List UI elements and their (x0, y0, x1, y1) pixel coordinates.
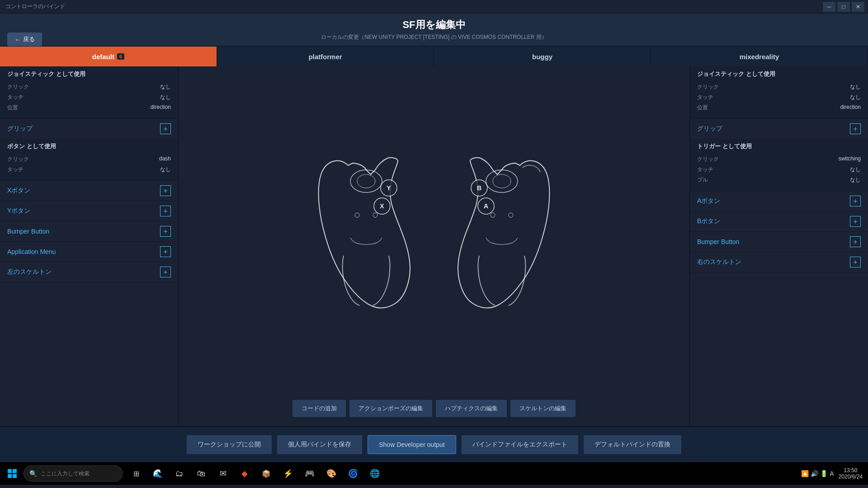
svg-rect-19 (13, 474, 17, 478)
tab-default[interactable]: default 6 (0, 47, 217, 66)
edit-haptics-button[interactable]: ハプティクスの編集 (436, 400, 507, 417)
skeleton-left-add-button[interactable]: ＋ (160, 267, 171, 277)
app-icon-lightning[interactable]: ⚡ (278, 463, 298, 484)
joystick-right-content: ジョイスティック として使用 クリック なし タッチ なし 位置 directi… (690, 66, 868, 118)
grip-right-add-button[interactable]: ＋ (850, 123, 861, 134)
back-arrow-icon: ← (14, 36, 20, 43)
binding-row: プル なし (697, 175, 861, 185)
file-explorer-icon[interactable]: 🗂 (169, 463, 190, 484)
save-personal-bind-button[interactable]: 個人用バインドを保存 (277, 435, 362, 454)
app-icon-gamepad[interactable]: 🎮 (299, 463, 320, 484)
section-skeleton-right: 右のスケルトン ＋ (690, 252, 868, 272)
windows-start-button[interactable] (2, 463, 23, 484)
binding-row: クリック なし (697, 82, 861, 92)
bumper-right-header[interactable]: Bumper Button ＋ (690, 232, 868, 252)
section-b-button: Bボタン ＋ (690, 211, 868, 232)
blender-icon[interactable]: 🎨 (321, 463, 342, 484)
a-button-header[interactable]: Aボタン ＋ (690, 191, 868, 211)
section-x-button: Xボタン ＋ (0, 181, 178, 201)
section-skeleton-left: 左のスケルトン ＋ (0, 262, 178, 282)
section-bumper-right: Bumper Button ＋ (690, 232, 868, 252)
browser-icon-2[interactable]: 🌐 (364, 463, 385, 484)
binding-row: クリック なし (7, 82, 171, 92)
taskbar-search-box[interactable]: 🔍 ここに入力して検索 (24, 465, 123, 482)
tab-mixedreality-label: mixedreality (740, 53, 779, 61)
task-view-button[interactable]: ⊞ (126, 463, 146, 484)
section-bumper-left: Bumper Button ＋ (0, 221, 178, 242)
binding-value: switching (839, 155, 861, 163)
grip-left-header[interactable]: グリップ ＋ (0, 119, 178, 139)
binding-key: プル (697, 176, 708, 184)
svg-text:X: X (380, 202, 384, 210)
x-button-add-button[interactable]: ＋ (160, 185, 171, 196)
skeleton-left-title: 左のスケルトン (7, 268, 52, 276)
b-button-add-button[interactable]: ＋ (850, 216, 861, 227)
a-button-add-button[interactable]: ＋ (850, 196, 861, 206)
tab-buggy[interactable]: buggy (434, 47, 651, 66)
close-button[interactable]: ✕ (852, 2, 864, 12)
app-icon-red[interactable]: ◆ (234, 463, 255, 484)
maximize-button[interactable]: □ (837, 2, 850, 12)
trigger-right-label: トリガー として使用 (697, 142, 861, 150)
tab-platformer-label: platformer (308, 53, 342, 61)
binding-key: 位置 (7, 104, 18, 112)
dropbox-icon[interactable]: 📦 (256, 463, 277, 484)
edit-skeleton-button[interactable]: スケルトンの編集 (510, 400, 576, 417)
grip-right-header[interactable]: グリップ ＋ (690, 119, 868, 139)
svg-point-9 (493, 174, 511, 188)
titlebar: コントローラのバインド ─ □ ✕ (0, 0, 868, 14)
binding-value: dash (159, 155, 171, 163)
joystick-right-label: ジョイスティック として使用 (697, 70, 861, 78)
skeleton-left-header[interactable]: 左のスケルトン ＋ (0, 262, 178, 282)
svg-rect-17 (13, 469, 17, 473)
app-menu-header[interactable]: Application Menu ＋ (0, 242, 178, 262)
x-button-title: Xボタン (7, 187, 30, 195)
b-button-title: Bボタン (697, 217, 720, 225)
x-button-header[interactable]: Xボタン ＋ (0, 181, 178, 201)
tab-mixedreality[interactable]: mixedreality (651, 47, 868, 66)
bumper-left-add-button[interactable]: ＋ (160, 226, 171, 237)
tab-platformer[interactable]: platformer (217, 47, 434, 66)
app-menu-add-button[interactable]: ＋ (160, 246, 171, 257)
add-code-button[interactable]: コードの追加 (292, 400, 346, 417)
publish-workshop-button[interactable]: ワークショップに公開 (187, 435, 272, 454)
skeleton-right-title: 右のスケルトン (697, 258, 741, 266)
y-button-add-button[interactable]: ＋ (160, 206, 171, 216)
header: ← 戻る SF用を編集中 ローカルの変更（NEW UNITY PROJECT [… (0, 14, 868, 47)
export-bind-file-button[interactable]: バインドファイルをエクスポート (462, 435, 578, 454)
a-button-title: Aボタン (697, 197, 720, 205)
system-clock[interactable]: 13:50 2020/6/24 (839, 467, 863, 480)
grip-right-title: グリップ (697, 125, 722, 133)
minimize-button[interactable]: ─ (823, 2, 835, 12)
trigger-right-content: トリガー として使用 クリック switching タッチ なし プル なし (690, 139, 868, 191)
y-button-header[interactable]: Yボタン ＋ (0, 201, 178, 221)
binding-value: direction (151, 104, 171, 112)
back-button[interactable]: ← 戻る (7, 33, 42, 46)
binding-value: なし (850, 83, 861, 91)
svg-rect-16 (8, 469, 12, 473)
y-button-title: Yボタン (7, 207, 30, 215)
skeleton-right-header[interactable]: 右のスケルトン ＋ (690, 252, 868, 272)
app-icon-spiral[interactable]: 🌀 (343, 463, 363, 484)
binding-row: タッチ なし (7, 92, 171, 103)
show-developer-output-button[interactable]: Show Developer output (368, 435, 456, 454)
center-action-buttons: コードの追加 アクションポーズの編集 ハプティクスの編集 スケルトンの編集 (292, 395, 576, 422)
replace-default-bind-button[interactable]: デフォルトバインドの置換 (584, 435, 681, 454)
skeleton-right-add-button[interactable]: ＋ (850, 257, 861, 267)
b-button-header[interactable]: Bボタン ＋ (690, 211, 868, 231)
section-a-button: Aボタン ＋ (690, 191, 868, 211)
binding-row: タッチ なし (697, 92, 861, 103)
edge-browser-icon[interactable]: 🌊 (147, 463, 168, 484)
mail-icon[interactable]: ✉ (212, 463, 233, 484)
page-title: SF用を編集中 (9, 18, 859, 32)
header-subtitle: ローカルの変更（NEW UNITY PROJECT [TESTING] の VI… (9, 33, 859, 41)
titlebar-controls: ─ □ ✕ (823, 2, 864, 12)
tray-network-icon: 🔼 (801, 470, 809, 477)
binding-key: クリック (7, 83, 29, 91)
edit-action-pose-button[interactable]: アクションポーズの編集 (349, 400, 432, 417)
grip-left-add-button[interactable]: ＋ (160, 123, 171, 134)
bumper-left-header[interactable]: Bumper Button ＋ (0, 221, 178, 241)
store-icon[interactable]: 🛍 (191, 463, 212, 484)
bumper-right-add-button[interactable]: ＋ (850, 236, 861, 247)
svg-point-15 (491, 213, 495, 217)
